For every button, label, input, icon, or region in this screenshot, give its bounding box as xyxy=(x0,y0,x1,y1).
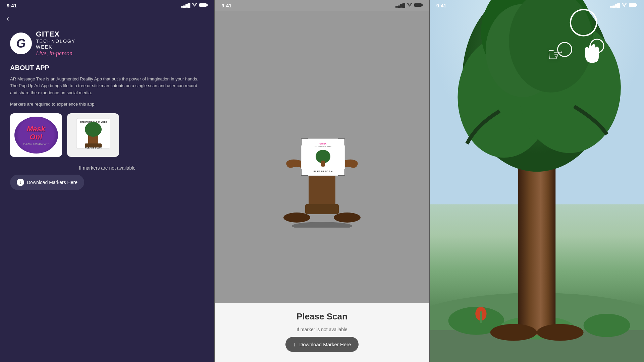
download-marker-button[interactable]: ↓ Download Marker Here xyxy=(285,337,358,352)
battery-icon-1 xyxy=(199,3,208,8)
status-bar-2: 9:41 ▂▄▆█ xyxy=(215,0,429,11)
download-icon-2: ↓ xyxy=(293,341,296,348)
tree-scan-svg: GITEX TECHNOLOGY WEEK PLEASE SCAN xyxy=(265,87,379,228)
svg-point-40 xyxy=(537,324,583,341)
logo-area: G GITEX TECHNOLOGY WEEK Live, in-person xyxy=(0,26,214,64)
marker-image-1: MaskOn! PLEASE STAND APART xyxy=(10,113,62,157)
svg-rect-8 xyxy=(414,3,422,7)
wifi-icon-1 xyxy=(192,3,197,8)
screen-2-scan: 9:41 ▂▄▆█ xyxy=(214,0,429,362)
touch-indicator: ☞ xyxy=(547,44,564,65)
svg-rect-22 xyxy=(629,3,636,7)
status-bar-1: 9:41 ▂▄▆█ xyxy=(0,0,214,11)
svg-text:PLEASE SCAN: PLEASE SCAN xyxy=(85,146,102,149)
svg-point-12 xyxy=(283,213,310,223)
bottom-panel: Please Scan If marker is not available ↓… xyxy=(215,303,429,362)
if-markers-text: If markers are not available xyxy=(10,165,204,171)
signal-icon-2: ▂▄▆█ xyxy=(395,3,405,8)
status-bar-3: 9:41 ▂▄▆█ xyxy=(430,0,644,11)
about-section: ABOUT APP AR Message Tree is an Augmente… xyxy=(0,64,214,195)
mask-on-graphic: MaskOn! PLEASE STAND APART xyxy=(14,117,58,154)
svg-rect-0 xyxy=(199,3,207,7)
svg-rect-9 xyxy=(422,4,423,6)
back-button[interactable]: ‹ xyxy=(0,11,214,26)
svg-rect-1 xyxy=(207,4,208,6)
marker-images: MaskOn! PLEASE STAND APART GITEX TECHNOL… xyxy=(10,113,204,157)
screen-1-about: 9:41 ▂▄▆█ ‹ G GITEX TECHNOLOGY WEEK Live… xyxy=(0,0,214,362)
gitex-brand: GITEX xyxy=(36,30,75,39)
download-marker-label: Download Marker Here xyxy=(299,342,351,347)
gitex-subline1: TECHNOLOGY xyxy=(36,39,75,44)
touch-gesture-overlay xyxy=(579,39,605,70)
hand-gesture-svg xyxy=(579,39,605,69)
svg-text:PLEASE SCAN: PLEASE SCAN xyxy=(314,170,333,173)
wifi-icon-2 xyxy=(407,3,412,8)
ar-scene: ☞ xyxy=(430,0,644,362)
gitex-tagline: Live, in-person xyxy=(36,50,75,57)
svg-point-6 xyxy=(85,122,102,137)
battery-icon-3 xyxy=(629,3,637,8)
download-icon: ↓ xyxy=(17,179,24,186)
ar-tree-svg xyxy=(430,0,644,362)
about-text: AR Message Tree is an Augmented Reality … xyxy=(10,76,204,97)
svg-point-39 xyxy=(490,324,537,341)
mask-on-content: MaskOn! PLEASE STAND APART xyxy=(23,125,49,145)
mask-on-text: MaskOn! xyxy=(23,125,49,141)
signal-icon-3: ▂▄▆█ xyxy=(610,3,620,8)
time-1: 9:41 xyxy=(7,3,17,8)
scan-area: GITEX TECHNOLOGY WEEK PLEASE SCAN xyxy=(215,11,429,303)
about-title: ABOUT APP xyxy=(10,64,204,72)
wifi-icon-3 xyxy=(622,3,627,8)
download-markers-button[interactable]: ↓ Download Markers Here xyxy=(10,175,84,190)
hand-cursor-icon: ☞ xyxy=(547,44,564,65)
markers-note: Markers are required to experience this … xyxy=(10,102,204,107)
svg-rect-23 xyxy=(636,4,637,6)
status-icons-2: ▂▄▆█ xyxy=(395,3,423,8)
tree-stump-marker-svg: GITEX TECHNOLOGY WEEK PLEASE SCAN xyxy=(73,117,113,154)
signal-icon-1: ▂▄▆█ xyxy=(181,3,190,8)
time-3: 9:41 xyxy=(436,3,446,8)
svg-point-28 xyxy=(583,314,630,337)
svg-rect-31 xyxy=(480,311,482,323)
gitex-logo-text: GITEX TECHNOLOGY WEEK Live, in-person xyxy=(36,30,75,57)
battery-icon-2 xyxy=(414,3,423,8)
svg-rect-20 xyxy=(321,161,325,167)
mask-on-subtext: PLEASE STAND APART xyxy=(23,143,49,145)
svg-rect-11 xyxy=(305,204,339,214)
marker-image-2: GITEX TECHNOLOGY WEEK PLEASE SCAN xyxy=(67,113,119,157)
status-icons-1: ▂▄▆█ xyxy=(181,3,208,8)
screen-3-ar: 9:41 ▂▄▆█ ☞ xyxy=(430,0,644,362)
please-scan-label: Please Scan xyxy=(221,311,422,322)
svg-text:TECHNOLOGY WEEK: TECHNOLOGY WEEK xyxy=(314,145,332,147)
logo-wrapper: G GITEX TECHNOLOGY WEEK Live, in-person xyxy=(10,30,75,57)
svg-point-15 xyxy=(292,222,352,228)
svg-point-13 xyxy=(334,213,361,223)
svg-text:GITEX: GITEX xyxy=(319,142,326,145)
status-icons-3: ▂▄▆█ xyxy=(610,3,637,8)
download-markers-label: Download Markers Here xyxy=(27,180,77,185)
if-marker-text: If marker is not available xyxy=(221,327,422,332)
gitex-subline2: WEEK xyxy=(36,44,75,50)
svg-rect-32 xyxy=(518,158,555,335)
time-2: 9:41 xyxy=(221,3,231,8)
gitex-logo-circle: G xyxy=(10,33,32,54)
